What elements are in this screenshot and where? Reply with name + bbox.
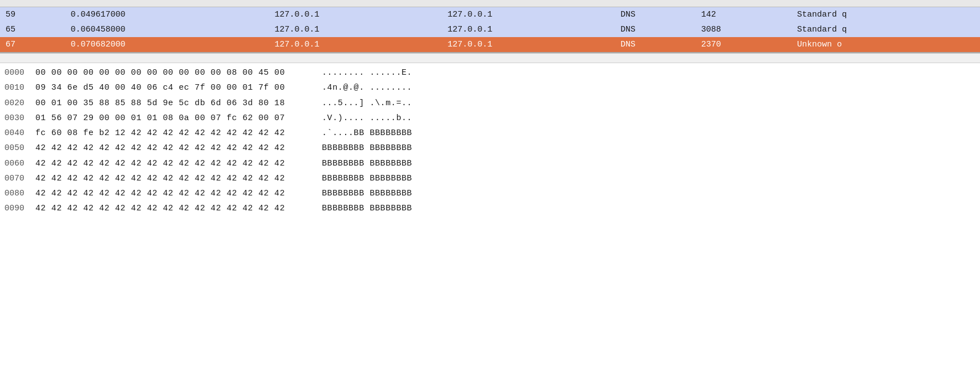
hex-row: 0040fc 60 08 fe b2 12 42 42 42 42 42 42 …	[0, 126, 980, 141]
cell-source: 127.0.0.1	[269, 7, 442, 23]
cell-length: 142	[696, 7, 791, 23]
hex-bytes: 42 42 42 42 42 42 42 42 42 42 42 42 42 4…	[35, 157, 312, 170]
hex-bytes: 00 01 00 35 88 85 88 5d 9e 5c db 6d 06 3…	[35, 97, 312, 110]
col-header-protocol	[615, 0, 696, 7]
hex-bytes: fc 60 08 fe b2 12 42 42 42 42 42 42 42 4…	[35, 127, 312, 140]
hex-offset: 0020	[4, 97, 31, 110]
cell-destination: 127.0.0.1	[442, 37, 615, 53]
cell-protocol: DNS	[615, 22, 696, 37]
cell-protocol: DNS	[615, 37, 696, 53]
hex-row: 007042 42 42 42 42 42 42 42 42 42 42 42 …	[0, 171, 980, 186]
hex-bytes: 00 00 00 00 00 00 00 00 00 00 00 00 08 0…	[35, 66, 312, 79]
hex-row: 009042 42 42 42 42 42 42 42 42 42 42 42 …	[0, 201, 980, 216]
cell-time: 0.049617000	[65, 7, 269, 23]
cell-length: 3088	[696, 22, 791, 37]
hex-ascii: .4n.@.@. ........	[322, 81, 412, 94]
col-header-time	[65, 0, 269, 7]
col-header-source	[269, 0, 442, 7]
cell-source: 127.0.0.1	[269, 22, 442, 37]
hex-offset: 0050	[4, 142, 31, 154]
hex-row: 003001 56 07 29 00 00 01 01 08 0a 00 07 …	[0, 111, 980, 126]
cell-destination: 127.0.0.1	[442, 22, 615, 37]
hex-offset: 0010	[4, 81, 31, 94]
hex-ascii: ........ ......E.	[322, 66, 412, 79]
hex-row: 002000 01 00 35 88 85 88 5d 9e 5c db 6d …	[0, 96, 980, 111]
table-row[interactable]: 670.070682000127.0.0.1127.0.0.1DNS2370Un…	[0, 37, 980, 53]
packet-list-table: 590.049617000127.0.0.1127.0.0.1DNS142Sta…	[0, 0, 980, 53]
cell-no: 67	[0, 37, 65, 53]
hex-ascii: BBBBBBBB BBBBBBBB	[322, 187, 412, 200]
table-header-row	[0, 0, 980, 7]
cell-no: 59	[0, 7, 65, 23]
cell-destination: 127.0.0.1	[442, 7, 615, 23]
cell-protocol: DNS	[615, 7, 696, 23]
hex-ascii: BBBBBBBB BBBBBBBB	[322, 157, 412, 170]
hex-bytes: 09 34 6e d5 40 00 40 06 c4 ec 7f 00 00 0…	[35, 81, 312, 94]
hex-offset: 0090	[4, 202, 31, 215]
hex-ascii: .V.).... .....b..	[322, 112, 412, 125]
hex-dump-area: 000000 00 00 00 00 00 00 00 00 00 00 00 …	[0, 63, 980, 219]
hex-offset: 0070	[4, 172, 31, 185]
hex-offset: 0060	[4, 157, 31, 170]
cell-info: Standard q	[791, 7, 980, 23]
hex-ascii: BBBBBBBB BBBBBBBB	[322, 172, 412, 185]
hex-bytes: 42 42 42 42 42 42 42 42 42 42 42 42 42 4…	[35, 142, 312, 154]
table-row[interactable]: 650.060458000127.0.0.1127.0.0.1DNS3088St…	[0, 22, 980, 37]
hex-row: 008042 42 42 42 42 42 42 42 42 42 42 42 …	[0, 186, 980, 201]
cell-info: Unknown o	[791, 37, 980, 53]
section-divider	[0, 53, 980, 63]
col-header-destination	[442, 0, 615, 7]
hex-row: 006042 42 42 42 42 42 42 42 42 42 42 42 …	[0, 156, 980, 171]
hex-ascii: BBBBBBBB BBBBBBBB	[322, 142, 412, 154]
hex-offset: 0040	[4, 127, 31, 140]
hex-bytes: 42 42 42 42 42 42 42 42 42 42 42 42 42 4…	[35, 202, 312, 215]
hex-offset: 0000	[4, 66, 31, 79]
col-header-info	[791, 0, 980, 7]
hex-row: 001009 34 6e d5 40 00 40 06 c4 ec 7f 00 …	[0, 80, 980, 95]
cell-source: 127.0.0.1	[269, 37, 442, 53]
col-header-length	[696, 0, 791, 7]
table-row[interactable]: 590.049617000127.0.0.1127.0.0.1DNS142Sta…	[0, 7, 980, 23]
hex-bytes: 01 56 07 29 00 00 01 01 08 0a 00 07 fc 6…	[35, 112, 312, 125]
hex-row: 005042 42 42 42 42 42 42 42 42 42 42 42 …	[0, 141, 980, 156]
hex-ascii: ...5...] .\.m.=..	[322, 97, 412, 110]
cell-info: Standard q	[791, 22, 980, 37]
hex-ascii: .`....BB BBBBBBBB	[322, 127, 412, 140]
hex-bytes: 42 42 42 42 42 42 42 42 42 42 42 42 42 4…	[35, 172, 312, 185]
hex-ascii: BBBBBBBB BBBBBBBB	[322, 202, 412, 215]
cell-length: 2370	[696, 37, 791, 53]
col-header-no	[0, 0, 65, 7]
cell-time: 0.060458000	[65, 22, 269, 37]
hex-offset: 0030	[4, 112, 31, 125]
cell-time: 0.070682000	[65, 37, 269, 53]
hex-row: 000000 00 00 00 00 00 00 00 00 00 00 00 …	[0, 65, 980, 80]
hex-offset: 0080	[4, 187, 31, 200]
cell-no: 65	[0, 22, 65, 37]
hex-bytes: 42 42 42 42 42 42 42 42 42 42 42 42 42 4…	[35, 187, 312, 200]
